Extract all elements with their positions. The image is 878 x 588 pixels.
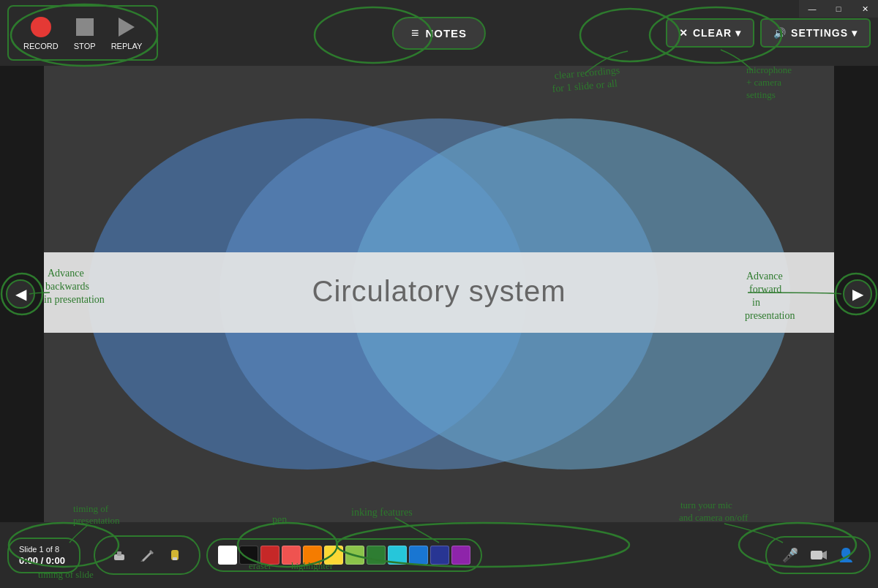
- nav-next-button[interactable]: ▶: [843, 279, 872, 309]
- close-button[interactable]: ✕: [852, 0, 878, 18]
- highlighter-tool[interactable]: [162, 543, 187, 568]
- color-swatches: [206, 538, 482, 572]
- slide-area: Circulatory system: [44, 66, 834, 522]
- user-button[interactable]: 👤: [834, 543, 858, 567]
- microphone-button[interactable]: 🎤: [778, 543, 802, 567]
- color-swatch-cyan[interactable]: [388, 546, 407, 565]
- record-controls: RECORD STOP REPLAY: [7, 5, 158, 61]
- settings-icon: 🔊: [773, 27, 787, 39]
- nav-prev-button[interactable]: ◀: [6, 279, 35, 309]
- drawing-tools: [94, 535, 200, 575]
- color-swatch-navy[interactable]: [430, 546, 449, 565]
- replay-icon: [115, 15, 138, 39]
- camera-button[interactable]: [806, 543, 830, 567]
- stop-icon: [73, 15, 97, 39]
- color-swatch-white[interactable]: [218, 546, 237, 565]
- svg-text:Circulatory system: Circulatory system: [312, 275, 566, 307]
- color-swatch-orange[interactable]: [303, 546, 322, 565]
- media-controls: 🎤 👤: [765, 536, 871, 574]
- color-swatch-dark-red[interactable]: [260, 546, 279, 565]
- notes-button[interactable]: ≡ NOTES: [392, 17, 486, 50]
- color-swatch-light-green[interactable]: [345, 546, 364, 565]
- slide-time: 0:00 / 0:00: [19, 555, 69, 566]
- replay-label: REPLAY: [111, 42, 143, 50]
- venn-diagram: Circulatory system: [44, 66, 834, 522]
- replay-button[interactable]: REPLAY: [105, 12, 149, 53]
- record-icon: [29, 15, 53, 39]
- svg-rect-9: [173, 557, 177, 560]
- color-swatch-green[interactable]: [367, 546, 386, 565]
- settings-button[interactable]: 🔊 SETTINGS ▾: [760, 18, 871, 48]
- pen-icon: [139, 547, 155, 563]
- notes-label: NOTES: [425, 27, 467, 39]
- maximize-button[interactable]: □: [825, 0, 852, 18]
- eraser-tool[interactable]: [107, 543, 132, 568]
- color-swatch-blue[interactable]: [409, 546, 428, 565]
- record-label: RECORD: [23, 42, 59, 50]
- record-button[interactable]: RECORD: [18, 12, 64, 53]
- bottom-bar: Slide 1 of 8 0:00 / 0:00 🎤: [0, 522, 878, 588]
- slide-number: Slide 1 of 8: [19, 545, 69, 554]
- settings-label: SETTINGS ▾: [791, 27, 858, 39]
- stop-button[interactable]: STOP: [67, 12, 102, 53]
- svg-marker-11: [822, 551, 827, 559]
- stop-label: STOP: [74, 42, 96, 50]
- color-swatch-yellow[interactable]: [324, 546, 343, 565]
- minimize-button[interactable]: —: [799, 0, 825, 18]
- chevron-right-icon: ▶: [852, 285, 863, 303]
- clear-label: CLEAR ▾: [693, 27, 741, 39]
- color-swatch-black[interactable]: [239, 546, 258, 565]
- top-bar: RECORD STOP REPLAY ≡ NOTES ✕ CLEAR ▾ 🔊 S…: [0, 0, 878, 66]
- right-controls: ✕ CLEAR ▾ 🔊 SETTINGS ▾: [666, 18, 871, 48]
- highlighter-icon: [167, 547, 183, 563]
- eraser-icon: [111, 547, 127, 563]
- clear-x-icon: ✕: [679, 27, 688, 39]
- chevron-left-icon: ◀: [15, 285, 26, 303]
- svg-rect-10: [811, 551, 822, 559]
- pen-tool[interactable]: [135, 543, 160, 568]
- slide-info: Slide 1 of 8 0:00 / 0:00: [7, 538, 80, 573]
- svg-rect-7: [117, 551, 121, 556]
- color-swatch-purple[interactable]: [451, 546, 470, 565]
- clear-button[interactable]: ✕ CLEAR ▾: [666, 18, 754, 48]
- camera-icon: [809, 548, 827, 562]
- window-chrome: — □ ✕: [799, 0, 878, 18]
- color-swatch-red[interactable]: [282, 546, 301, 565]
- notes-icon: ≡: [411, 26, 420, 41]
